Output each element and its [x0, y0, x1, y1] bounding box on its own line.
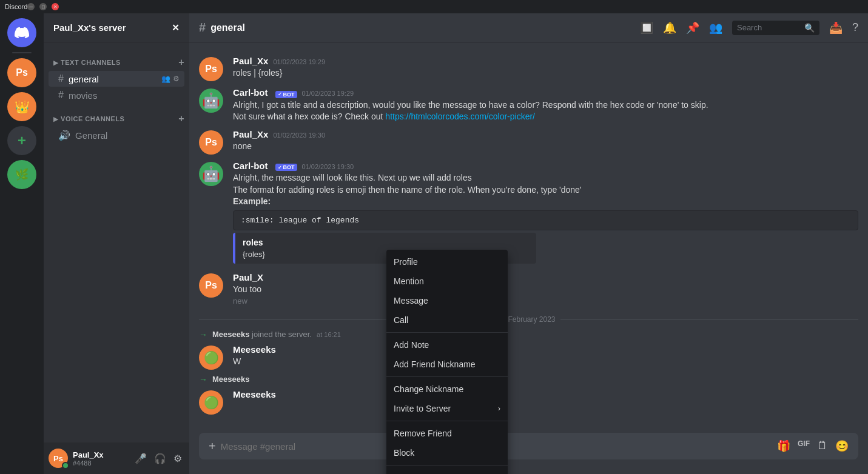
message-author[interactable]: Meeseeks — [233, 389, 276, 399]
message-header: Meeseeks — [233, 389, 858, 399]
join-time: at 16:21 — [317, 331, 341, 338]
date-label: 2 February 2023 — [502, 315, 555, 324]
channel-sidebar: Paul_Xx's server ✕ ▶ TEXT CHANNELS + # g… — [44, 13, 189, 474]
user-avatar[interactable]: Ps — [49, 449, 68, 468]
message-author[interactable]: Carl-bot — [233, 87, 268, 98]
context-menu-remove-friend[interactable]: Remove Friend — [386, 424, 508, 443]
context-menu-invite-to-server[interactable]: Invite to Server › — [386, 399, 508, 418]
message-link[interactable]: https://htmlcolorcodes.com/color-picker/ — [385, 112, 535, 121]
channel-members-icon[interactable]: 👥 — [161, 75, 170, 83]
inbox-icon[interactable]: 📥 — [829, 21, 843, 35]
server-icon-ps[interactable]: Ps — [7, 58, 36, 87]
context-menu-message[interactable]: Message — [386, 291, 508, 310]
bot-badge: ✓ BOT — [275, 91, 297, 98]
message-author[interactable]: Carl-bot — [233, 161, 268, 171]
context-label: Add Friend Nickname — [394, 359, 476, 369]
message-text-cont: new — [233, 296, 858, 307]
message-timestamp: 01/02/2023 19:30 — [302, 163, 354, 170]
message-header: Carl-bot ✓ BOT 01/02/2023 19:30 — [233, 161, 858, 172]
message-header: Meeseeks — [233, 344, 858, 355]
user-settings-button[interactable]: ⚙ — [171, 450, 184, 467]
avatar: 🟢 — [199, 390, 223, 415]
pin-icon[interactable]: 📌 — [686, 21, 699, 35]
message-author[interactable]: Paul_Xx — [233, 56, 268, 66]
context-menu-change-nickname[interactable]: Change Nickname — [386, 379, 508, 399]
titlebar: Discord ─ □ ✕ — [0, 0, 868, 13]
context-menu-add-friend-nickname[interactable]: Add Friend Nickname — [386, 355, 508, 374]
user-info: Paul_Xx #4488 — [73, 450, 127, 467]
context-label: Profile — [394, 257, 418, 267]
message-text: Alright, I got a title and a description… — [233, 99, 858, 123]
sticker-button[interactable]: 🗒 — [817, 439, 828, 453]
context-menu-divider — [386, 376, 508, 377]
message-author[interactable]: Paul_Xx — [233, 129, 268, 139]
gift-button[interactable]: 🎁 — [777, 439, 790, 453]
channel-item-general[interactable]: # general 👥 ⚙ — [49, 71, 184, 87]
main-content: # general 🔲 🔔 📌 👥 Search 🔍 📥 ? Ps — [189, 13, 868, 474]
mute-button[interactable]: 🎤 — [132, 450, 149, 467]
message-timestamp: 01/02/2023 19:30 — [273, 132, 325, 139]
close-button[interactable]: ✕ — [52, 3, 59, 10]
add-attachment-button[interactable]: + — [209, 439, 216, 453]
server-list: Ps 👑 + 🌿 — [0, 13, 44, 474]
add-text-channel-button[interactable]: + — [178, 57, 184, 68]
add-thread-icon[interactable]: 🔲 — [640, 21, 653, 35]
bell-icon[interactable]: 🔔 — [663, 21, 676, 35]
message-author[interactable]: Meeseeks — [233, 344, 276, 355]
titlebar-title: Discord — [5, 3, 27, 10]
message-content: Meeseeks — [233, 389, 858, 415]
context-menu-add-note[interactable]: Add Note — [386, 335, 508, 355]
emoji-button[interactable]: 😊 — [835, 439, 849, 453]
context-label: Remove Friend — [394, 429, 452, 438]
join-arrow-icon: → — [199, 375, 207, 384]
message-text: W — [233, 356, 858, 368]
channel-header-name: general — [210, 22, 245, 33]
context-menu-profile[interactable]: Profile — [386, 252, 508, 272]
avatar: Ps — [199, 130, 223, 155]
join-arrow-icon: → — [199, 330, 207, 339]
channel-item-movies[interactable]: # movies — [49, 87, 184, 103]
discord-server-icon[interactable] — [7, 18, 36, 47]
channel-name-general: general — [69, 74, 161, 84]
message-header: Paul_X — [233, 272, 858, 282]
channel-settings-icon[interactable]: ⚙ — [173, 75, 180, 83]
message-content: Carl-bot ✓ BOT 01/02/2023 19:30 Alright,… — [233, 161, 858, 266]
server-header[interactable]: Paul_Xx's server ✕ — [44, 13, 189, 42]
add-voice-channel-button[interactable]: + — [178, 113, 184, 124]
channel-item-voice-general[interactable]: 🔊 General — [49, 127, 184, 144]
message-author[interactable]: Paul_X — [233, 272, 263, 282]
context-label: Mention — [394, 276, 424, 286]
bold-text: Example: — [233, 196, 271, 206]
joined-message: → Meeseeks joined the server. at 16:21 — [189, 329, 868, 341]
context-menu-block[interactable]: Block — [386, 443, 508, 462]
voice-channels-category[interactable]: ▶ VOICE CHANNELS + — [44, 104, 189, 127]
context-menu-timeout[interactable]: Timeout Meeseeks — [386, 468, 508, 474]
context-label: Invite to Server — [394, 404, 451, 413]
message-group: Ps Paul_Xx 01/02/2023 19:29 roles | {rol… — [189, 53, 868, 84]
message-group: 🤖 Carl-bot ✓ BOT 01/02/2023 19:29 Alrigh… — [189, 85, 868, 125]
user-name: Paul_Xx — [73, 450, 127, 459]
gif-button[interactable]: GIF — [798, 439, 810, 453]
titlebar-controls[interactable]: ─ □ ✕ — [27, 3, 59, 10]
channel-name-movies: movies — [69, 90, 180, 101]
search-bar[interactable]: Search 🔍 — [732, 21, 819, 35]
add-server-button[interactable]: + — [7, 126, 36, 155]
minimize-button[interactable]: ─ — [27, 3, 35, 10]
server-icon-crown[interactable]: 👑 — [7, 92, 36, 121]
server-icon-green[interactable]: 🌿 — [7, 160, 36, 189]
maximize-button[interactable]: □ — [39, 3, 47, 10]
context-menu-call[interactable]: Call — [386, 310, 508, 330]
message-content: Meeseeks W — [233, 344, 858, 370]
server-name: Paul_Xx's server — [53, 22, 126, 33]
message-group: 🟢 Meeseeks W — [189, 342, 868, 372]
deafen-button[interactable]: 🎧 — [152, 450, 169, 467]
message-text: Alright, the message will look like this… — [233, 172, 858, 208]
context-menu-divider — [386, 421, 508, 421]
help-icon[interactable]: ? — [852, 21, 858, 34]
text-channels-category[interactable]: ▶ TEXT CHANNELS + — [44, 47, 189, 70]
context-menu-mention[interactable]: Mention — [386, 272, 508, 291]
server-divider — [12, 52, 32, 53]
members-icon[interactable]: 👥 — [709, 21, 722, 35]
channel-header: # general 🔲 🔔 📌 👥 Search 🔍 📥 ? — [189, 13, 868, 42]
voice-channels-label: ▶ VOICE CHANNELS — [53, 115, 124, 122]
